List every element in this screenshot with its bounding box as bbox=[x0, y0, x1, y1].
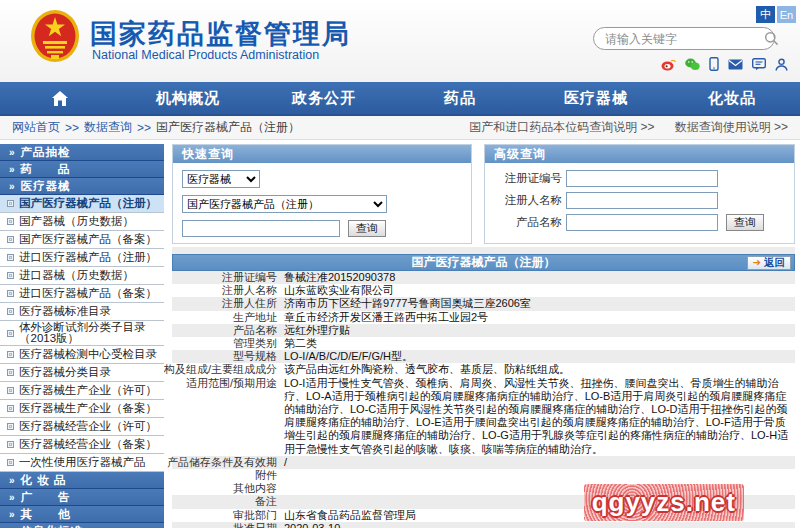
sidebar-section-产品抽检[interactable]: »产品抽检 bbox=[0, 144, 164, 161]
row-label: 备注 bbox=[172, 495, 284, 508]
square-bullet-icon bbox=[7, 254, 14, 261]
advanced-field-label: 注册证编号 bbox=[494, 171, 562, 186]
site-search bbox=[593, 27, 775, 50]
sidebar-item[interactable]: 医疗器械生产企业（备案） bbox=[0, 400, 164, 418]
quick-search-type-select[interactable]: 国产医疗器械产品（注册） bbox=[182, 195, 387, 213]
row-value: 远红外理疗贴 bbox=[284, 324, 795, 337]
row-label: 审批部门 bbox=[172, 509, 284, 522]
site-subtitle: National Medical Products Administration bbox=[92, 48, 319, 62]
lang-cn-button[interactable]: 中 bbox=[756, 6, 775, 23]
breadcrumb-item[interactable]: 数据查询 bbox=[84, 119, 132, 136]
sidebar-item[interactable]: 进口医疗器械产品（注册） bbox=[0, 249, 164, 267]
nav-item-机构概况[interactable]: 机构概况 bbox=[120, 82, 256, 114]
sidebar-item-label: 医疗器械经营企业（许可） bbox=[19, 419, 157, 434]
table-row: 型号规格LO-I/A/B/C/D/E/F/G/H型。 bbox=[172, 350, 795, 363]
back-button[interactable]: ➜ 返回 bbox=[747, 256, 791, 270]
row-value: 2020-03-10 bbox=[284, 522, 795, 528]
message-icon[interactable] bbox=[752, 58, 766, 71]
square-bullet-icon bbox=[7, 405, 14, 412]
square-bullet-icon bbox=[7, 369, 14, 376]
wechat-icon[interactable] bbox=[685, 58, 700, 71]
advanced-field-input-0[interactable] bbox=[566, 170, 718, 187]
sidebar-item-label: 医疗器械检测中心受检目录 bbox=[19, 347, 157, 362]
advanced-search-panel: 高级查询 注册证编号注册人名称产品名称查询 bbox=[484, 144, 795, 244]
advanced-search-fields: 注册证编号注册人名称产品名称查询 bbox=[485, 163, 794, 242]
table-row: 产品名称远红外理疗贴 bbox=[172, 324, 795, 337]
nav-item-政务公开[interactable]: 政务公开 bbox=[256, 82, 392, 114]
quick-search-category-select[interactable]: 医疗器械 bbox=[182, 170, 260, 188]
table-row: 注册人名称山东蓝欧实业有限公司 bbox=[172, 284, 795, 297]
row-value: 山东蓝欧实业有限公司 bbox=[284, 284, 795, 297]
breadcrumb-item[interactable]: 网站首页 bbox=[12, 119, 60, 136]
lang-en-button[interactable]: En bbox=[777, 6, 796, 23]
row-label-text: 适用范围/预期用途 bbox=[186, 377, 277, 456]
sidebar-item[interactable]: 体外诊断试剂分类子目录（2013版） bbox=[0, 321, 164, 346]
sidebar-item[interactable]: 国产医疗器械产品（备案） bbox=[0, 231, 164, 249]
square-bullet-icon bbox=[7, 200, 14, 207]
sidebar-item[interactable]: 进口器械（历史数据） bbox=[0, 267, 164, 285]
sidebar-item[interactable]: 国产器械（历史数据） bbox=[0, 213, 164, 231]
row-value: LO-I/A/B/C/D/E/F/G/H型。 bbox=[284, 350, 795, 363]
sidebar-item[interactable]: 一次性使用医疗器械产品 bbox=[0, 454, 164, 472]
advanced-field-input-1[interactable] bbox=[566, 192, 718, 209]
user-icon[interactable] bbox=[775, 58, 788, 71]
nav-home[interactable] bbox=[0, 82, 120, 114]
content-area: »产品抽检»药 品»医疗器械国产医疗器械产品（注册）国产器械（历史数据）国产医疗… bbox=[0, 140, 800, 528]
sidebar-item[interactable]: 医疗器械标准目录 bbox=[0, 303, 164, 321]
row-label: 注册人住所 bbox=[172, 297, 284, 310]
breadcrumb-help-link[interactable]: 数据查询使用说明 >> bbox=[675, 119, 788, 136]
sidebar-item[interactable]: 医疗器械经营企业（许可） bbox=[0, 418, 164, 436]
nav-item-医疗器械[interactable]: 医疗器械 bbox=[528, 82, 664, 114]
row-label: 适用范围/预期用途 bbox=[172, 377, 284, 456]
square-bullet-icon bbox=[7, 387, 14, 394]
nav-item-药品[interactable]: 药品 bbox=[392, 82, 528, 114]
sidebar-item[interactable]: 进口医疗器械产品（备案） bbox=[0, 285, 164, 303]
square-bullet-icon bbox=[7, 272, 14, 279]
sidebar-item[interactable]: 医疗器械生产企业（许可） bbox=[0, 382, 164, 400]
row-label: 其他内容 bbox=[172, 482, 284, 495]
sidebar-item-label: 医疗器械分类目录 bbox=[19, 365, 111, 380]
sidebar-item[interactable]: 医疗器械检测中心受检目录 bbox=[0, 346, 164, 364]
breadcrumb-help-link[interactable]: 国产和进口药品本位码查询说明 >> bbox=[469, 119, 654, 136]
sidebar-section-label: 广 告 bbox=[21, 491, 71, 503]
row-label: 结构及组成/主要组成成分 bbox=[172, 363, 284, 376]
square-bullet-icon bbox=[7, 308, 14, 315]
row-value: / bbox=[284, 456, 795, 469]
sidebar-menu: »产品抽检»药 品»医疗器械国产医疗器械产品（注册）国产器械（历史数据）国产医疗… bbox=[0, 140, 164, 528]
language-switcher: 中 En bbox=[756, 6, 796, 23]
square-bullet-icon bbox=[7, 351, 14, 358]
row-label-text: 注册人住所 bbox=[222, 297, 277, 310]
sidebar-section-化妆品[interactable]: »化 妆 品 bbox=[0, 472, 164, 489]
table-row: 生产地址章丘市经济开发区潘王路西中拓工业园2号 bbox=[172, 311, 795, 324]
row-label: 注册证编号 bbox=[172, 271, 284, 284]
row-value bbox=[284, 469, 795, 482]
square-bullet-icon bbox=[7, 236, 14, 243]
nav-item-化妆品[interactable]: 化妆品 bbox=[664, 82, 800, 114]
sidebar-section-其他[interactable]: »其 他 bbox=[0, 506, 164, 523]
sidebar-item[interactable]: 国产医疗器械产品（注册） bbox=[0, 195, 164, 213]
sidebar-item-label: 医疗器械生产企业（许可） bbox=[19, 383, 157, 398]
quick-search-query-button[interactable]: 查询 bbox=[348, 220, 386, 237]
advanced-search-title: 高级查询 bbox=[485, 145, 794, 163]
mail-icon[interactable] bbox=[728, 59, 743, 70]
weibo-icon[interactable] bbox=[661, 58, 676, 71]
sidebar-item-label: 进口器械（历史数据） bbox=[19, 268, 134, 283]
row-label-text: 注册证编号 bbox=[222, 271, 277, 284]
sidebar-item[interactable]: 医疗器械分类目录 bbox=[0, 364, 164, 382]
breadcrumb-separator: >> bbox=[65, 121, 79, 135]
advanced-field-input-2[interactable] bbox=[566, 214, 718, 231]
sidebar-section-信息化标准[interactable]: »信息化标准 bbox=[0, 523, 164, 528]
row-label-text: 批准日期 bbox=[233, 522, 277, 528]
search-icon[interactable] bbox=[764, 31, 779, 46]
advanced-search-query-button[interactable]: 查询 bbox=[726, 214, 764, 231]
quick-search-keyword-input[interactable] bbox=[182, 220, 340, 237]
chevron-right-icon: » bbox=[9, 509, 16, 520]
sidebar-section-药品[interactable]: »药 品 bbox=[0, 161, 164, 178]
sidebar-item[interactable]: 医疗器械经营企业（备案） bbox=[0, 436, 164, 454]
site-search-input[interactable] bbox=[594, 32, 764, 46]
row-label: 产品名称 bbox=[172, 324, 284, 337]
sidebar-section-医疗器械[interactable]: »医疗器械 bbox=[0, 178, 164, 195]
sidebar-section-广告[interactable]: »广 告 bbox=[0, 489, 164, 506]
mobile-icon[interactable] bbox=[709, 57, 719, 71]
table-row: 管理类别第二类 bbox=[172, 337, 795, 350]
